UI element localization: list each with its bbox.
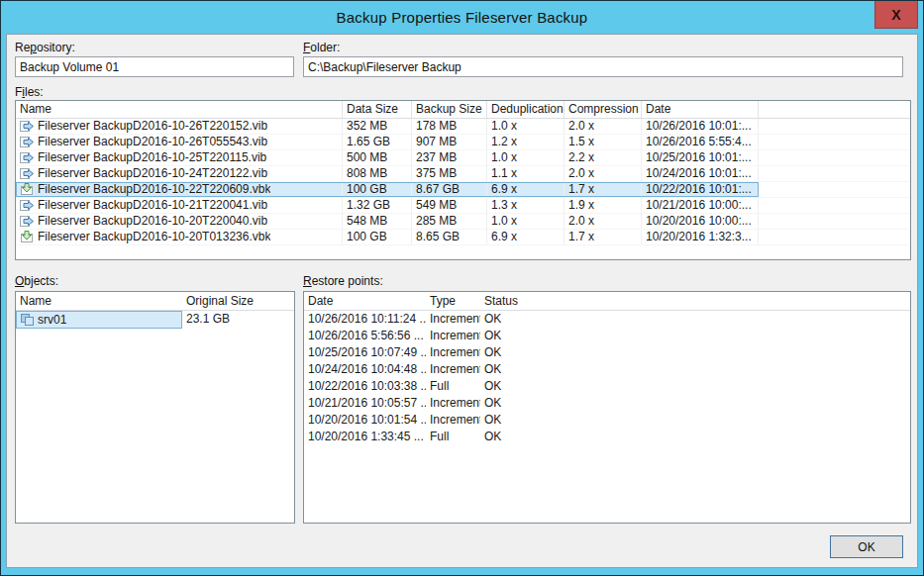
file-row[interactable]: Fileserver BackupD2016-10-24T220122.vib … (16, 166, 910, 182)
restore-point-status: OK (480, 344, 549, 361)
file-date: 10/26/2016 10:01:... (642, 119, 759, 134)
column-header-backup-size[interactable]: Backup Size (412, 101, 487, 118)
file-data-size: 352 MB (343, 119, 412, 134)
column-header-date[interactable]: Date (304, 292, 426, 310)
column-header-filler (759, 101, 910, 118)
restore-point-date: 10/24/2016 10:04:48 ... (304, 361, 426, 378)
object-name: srv01 (38, 312, 66, 329)
file-data-size: 1.65 GB (343, 135, 412, 149)
file-name: Fileserver BackupD2016-10-26T220152.vib (38, 119, 267, 134)
incremental-backup-file-icon (20, 151, 35, 164)
restore-point-date: 10/20/2016 10:01:54 ... (304, 412, 426, 429)
file-deduplication: 1.3 x (487, 198, 565, 213)
file-date: 10/24/2016 10:01:... (642, 166, 759, 181)
restore-point-row[interactable]: 10/25/2016 10:07:49 ... Increment OK (304, 344, 910, 361)
restore-point-type: Full (426, 429, 480, 445)
titlebar[interactable]: Backup Properties Fileserver Backup (1, 1, 923, 34)
folder-input[interactable] (303, 56, 903, 77)
restore-point-date: 10/20/2016 1:33:45 ... (304, 429, 426, 445)
restore-point-type: Increment (426, 395, 480, 412)
files-table: Name Data Size Backup Size Deduplication… (15, 100, 911, 260)
folder-label: Folder: (303, 41, 340, 54)
repository-input[interactable] (15, 56, 294, 77)
file-compression: 1.7 x (565, 230, 642, 244)
file-compression: 2.0 x (565, 214, 642, 229)
column-header-compression[interactable]: Compression (565, 101, 642, 118)
repository-label: Repository: (15, 41, 75, 54)
restore-point-date: 10/26/2016 5:56:56 ... (304, 328, 426, 344)
file-backup-size: 8.65 GB (412, 230, 487, 244)
column-header-name[interactable]: Name (16, 101, 343, 118)
file-date: 10/21/2016 10:00:... (642, 198, 759, 213)
restore-point-date: 10/21/2016 10:05:57 ... (304, 395, 426, 412)
file-name: Fileserver BackupD2016-10-20T013236.vbk (38, 230, 270, 244)
column-header-object-name[interactable]: Name (16, 292, 182, 310)
restore-points-table-body: 10/26/2016 10:11:24 ... Increment OK 10/… (304, 311, 910, 445)
files-label: Files: (15, 85, 44, 99)
column-header-filler (549, 292, 910, 310)
column-header-data-size[interactable]: Data Size (343, 101, 412, 118)
restore-point-type: Increment (426, 311, 480, 328)
file-backup-size: 178 MB (412, 119, 487, 134)
restore-point-row[interactable]: 10/26/2016 5:56:56 ... Increment OK (304, 328, 910, 344)
file-date: 10/22/2016 10:01:... (642, 182, 759, 197)
column-header-date[interactable]: Date (642, 101, 759, 118)
ok-button[interactable]: OK (830, 535, 903, 558)
file-deduplication: 1.0 x (487, 214, 565, 229)
file-deduplication: 1.1 x (487, 166, 565, 181)
object-original-size: 23.1 GB (182, 311, 264, 329)
file-deduplication: 1.0 x (487, 119, 565, 134)
file-row[interactable]: Fileserver BackupD2016-10-21T220041.vib … (16, 198, 910, 214)
files-table-header: Name Data Size Backup Size Deduplication… (16, 101, 910, 119)
column-header-status[interactable]: Status (480, 292, 549, 310)
incremental-backup-file-icon (20, 215, 35, 228)
file-compression: 1.5 x (565, 135, 642, 149)
file-row[interactable]: Fileserver BackupD2016-10-20T013236.vbk … (16, 230, 910, 245)
restore-point-date: 10/26/2016 10:11:24 ... (304, 311, 426, 328)
restore-point-type: Increment (426, 328, 480, 344)
file-data-size: 548 MB (343, 214, 412, 229)
file-name: Fileserver BackupD2016-10-21T220041.vib (38, 198, 267, 213)
restore-point-row[interactable]: 10/22/2016 10:03:38 ... Full OK (304, 378, 910, 395)
file-data-size: 808 MB (343, 166, 412, 181)
restore-point-row[interactable]: 10/21/2016 10:05:57 ... Increment OK (304, 395, 910, 412)
file-data-size: 100 GB (343, 182, 412, 197)
file-backup-size: 549 MB (412, 198, 487, 213)
column-header-filler (264, 292, 294, 310)
file-deduplication: 1.2 x (487, 135, 565, 149)
restore-point-type: Increment (426, 361, 480, 378)
file-row[interactable]: Fileserver BackupD2016-10-26T055543.vib … (16, 135, 910, 150)
file-name: Fileserver BackupD2016-10-25T220115.vib (38, 150, 266, 165)
restore-point-row[interactable]: 10/26/2016 10:11:24 ... Increment OK (304, 311, 910, 328)
file-compression: 1.7 x (565, 182, 642, 197)
file-row[interactable]: Fileserver BackupD2016-10-26T220152.vib … (16, 119, 910, 135)
file-name: Fileserver BackupD2016-10-20T220040.vib (38, 214, 267, 229)
file-compression: 2.0 x (565, 119, 642, 134)
vm-icon (20, 314, 35, 327)
objects-table-header: Name Original Size (16, 292, 294, 311)
object-row[interactable]: srv01 23.1 GB (16, 311, 294, 329)
file-row[interactable]: Fileserver BackupD2016-10-22T220609.vbk … (16, 182, 910, 198)
file-backup-size: 237 MB (412, 150, 487, 165)
restore-point-status: OK (480, 328, 549, 344)
file-compression: 2.2 x (565, 150, 642, 165)
restore-point-row[interactable]: 10/20/2016 1:33:45 ... Full OK (304, 429, 910, 445)
restore-point-status: OK (480, 412, 549, 429)
column-header-type[interactable]: Type (426, 292, 480, 310)
close-button[interactable]: X (874, 1, 918, 29)
incremental-backup-file-icon (20, 120, 35, 133)
column-header-deduplication[interactable]: Deduplication (487, 101, 565, 118)
backup-properties-dialog: { "window": { "title": "Backup Propertie… (0, 0, 924, 576)
incremental-backup-file-icon (20, 199, 35, 212)
file-backup-size: 375 MB (412, 166, 487, 181)
restore-point-row[interactable]: 10/20/2016 10:01:54 ... Increment OK (304, 412, 910, 429)
file-row[interactable]: Fileserver BackupD2016-10-20T220040.vib … (16, 214, 910, 230)
column-header-original-size[interactable]: Original Size (182, 292, 264, 310)
file-compression: 2.0 x (565, 166, 642, 181)
file-backup-size: 285 MB (412, 214, 487, 229)
dialog-client-area: Repository: Folder: Files: Name Data Siz… (6, 34, 918, 568)
incremental-backup-file-icon (20, 136, 35, 148)
restore-point-row[interactable]: 10/24/2016 10:04:48 ... Increment OK (304, 361, 910, 378)
full-backup-file-icon (20, 183, 35, 196)
file-row[interactable]: Fileserver BackupD2016-10-25T220115.vib … (16, 150, 910, 166)
